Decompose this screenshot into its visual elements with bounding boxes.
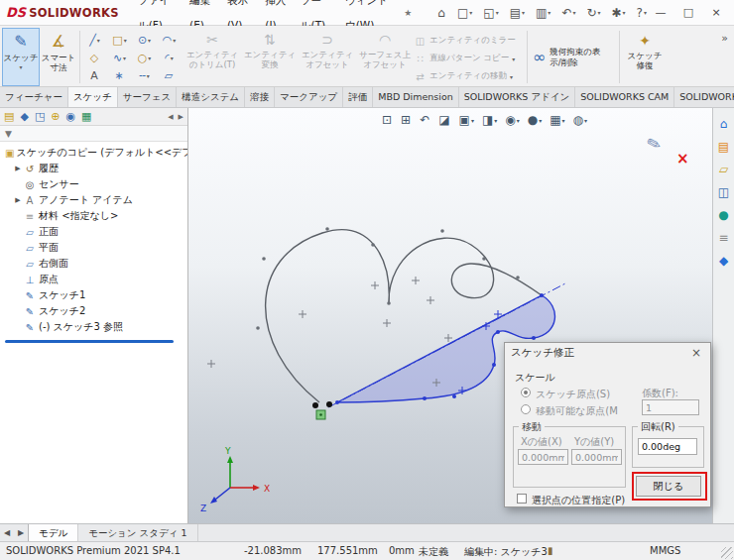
home-icon[interactable]: ⌂: [437, 6, 446, 20]
dimxpertmanager-tab-icon[interactable]: ⊕: [51, 110, 60, 123]
forum-icon[interactable]: ◆: [719, 254, 728, 268]
ellipse-tool-icon[interactable]: ○▾: [138, 52, 152, 64]
help-icon[interactable]: ?▾: [637, 6, 647, 20]
plane-tool-icon[interactable]: ▱: [165, 69, 174, 82]
tree-item-history[interactable]: ▶ ↺ 履歴: [0, 161, 187, 176]
propertymanager-tab-icon[interactable]: ◆: [20, 110, 28, 123]
print-icon[interactable]: ▥▾: [536, 6, 550, 20]
sketch-modify-dialog[interactable]: スケッチ修正 × スケール スケッチ原点(S) 移動可能な原点(M 係数(F):…: [504, 342, 711, 507]
close-dialog-button[interactable]: 閉じる: [636, 476, 701, 497]
dialog-titlebar[interactable]: スケッチ修正 ×: [505, 343, 710, 363]
tree-item-root[interactable]: ▣ スケッチのコピー (デフォルト<<デフォルト>_表: [0, 145, 187, 161]
line-tool-icon[interactable]: ╱▾: [89, 34, 100, 47]
ribbon-overflow-button[interactable]: »: [721, 28, 732, 86]
tab-solidworks-cam[interactable]: SOLIDWORKS CAM: [575, 87, 674, 107]
display-delete-relations-button[interactable]: ∞ 幾何拘束の表示/削除: [530, 28, 617, 86]
edit-appearance-icon[interactable]: ●▾: [528, 113, 543, 127]
tab-surfaces[interactable]: サーフェス: [118, 87, 177, 107]
dialog-close-icon[interactable]: ×: [688, 346, 704, 360]
tab-sketch[interactable]: スケッチ: [68, 87, 118, 107]
zoom-to-area-icon[interactable]: ⊞: [401, 113, 412, 127]
polygon-tool-icon[interactable]: ◇: [90, 52, 99, 64]
options-icon[interactable]: ✱▾: [612, 6, 626, 20]
text-tool-icon[interactable]: A: [90, 69, 99, 82]
rectangle-tool-icon[interactable]: □▾: [112, 34, 126, 47]
expander-icon[interactable]: ▶: [13, 165, 23, 172]
repair-sketch-button[interactable]: ✦ スケッチ 修復: [622, 28, 668, 86]
sketch-endpoint[interactable]: [326, 401, 332, 407]
tree-item-sketch3[interactable]: ✎ (-) スケッチ3 参照: [0, 319, 187, 335]
endpoint-markers[interactable]: [312, 401, 332, 419]
tree-item-sketch2[interactable]: ✎ スケッチ2: [0, 303, 187, 319]
circle-tool-icon[interactable]: ⊙▾: [138, 34, 151, 47]
cancel-sketch-icon[interactable]: ×: [676, 150, 689, 168]
rebuild-icon[interactable]: ↻▾: [586, 6, 600, 20]
undo-icon[interactable]: ↶▾: [561, 6, 575, 20]
rotate-input[interactable]: [638, 438, 697, 455]
view-settings-icon[interactable]: ◍▾: [573, 113, 588, 127]
tab-scroll-next-icon[interactable]: ▶: [14, 524, 28, 541]
fillet-tool-icon[interactable]: ◜▾: [165, 52, 173, 64]
display-style-icon[interactable]: ◨▾: [482, 113, 497, 127]
rollback-bar[interactable]: [5, 340, 174, 343]
tab-structure-system[interactable]: 構造システム: [177, 87, 245, 107]
zoom-to-fit-icon[interactable]: ⊡: [382, 113, 393, 127]
tree-item-front-plane[interactable]: ▱ 正面: [0, 224, 187, 240]
tab-solidworks-cam-tbm[interactable]: SOLIDWORKS CAM TBM: [674, 87, 734, 107]
panel-tabs-next-icon[interactable]: ▶: [179, 113, 184, 121]
tree-filter-row[interactable]: ▼: [0, 126, 187, 142]
solidworks-resources-icon[interactable]: ⌂: [720, 117, 728, 131]
featuremanager-tree-tab-icon[interactable]: ▤: [4, 110, 14, 123]
appearances-icon[interactable]: ●: [718, 208, 728, 222]
tab-features[interactable]: フィーチャー: [0, 87, 68, 107]
apply-scene-icon[interactable]: ▦▾: [550, 113, 564, 127]
tab-mbd-dimension[interactable]: MBD Dimension: [373, 87, 459, 107]
sketch-dropdown-icon[interactable]: ▾: [19, 63, 22, 70]
custom-properties-icon[interactable]: ≡: [718, 231, 728, 245]
sketch-button[interactable]: ✎ スケッチ ▾: [2, 28, 40, 86]
tree-item-sketch1[interactable]: ✎ スケッチ1: [0, 287, 187, 303]
hide-show-items-icon[interactable]: ◉▾: [505, 113, 520, 127]
point-tool-icon[interactable]: ∗: [114, 69, 124, 82]
pin-menu-icon[interactable]: ★: [404, 8, 412, 18]
open-document-icon[interactable]: ◱▾: [483, 6, 498, 20]
panel-tabs-prev-icon[interactable]: ◀: [168, 113, 173, 121]
arc-tool-icon[interactable]: ◠▾: [163, 34, 177, 47]
configurationmanager-tab-icon[interactable]: ◳: [35, 110, 45, 123]
previous-view-icon[interactable]: ↶: [420, 113, 430, 127]
tab-markup[interactable]: マークアップ: [275, 87, 343, 107]
sketch-endpoint[interactable]: [312, 402, 318, 408]
view-palette-icon[interactable]: ◫: [718, 185, 729, 199]
filter-funnel-icon[interactable]: ▼: [5, 129, 12, 139]
spline-tool-icon[interactable]: ∿▾: [113, 52, 126, 64]
tree-item-top-plane[interactable]: ▱ 平面: [0, 240, 187, 256]
new-document-icon[interactable]: □▾: [457, 6, 472, 20]
minimize-button[interactable]: —: [647, 0, 674, 25]
file-explorer-icon[interactable]: ▱: [719, 163, 728, 176]
maximize-button[interactable]: □: [674, 0, 702, 25]
design-library-icon[interactable]: ▤: [718, 140, 729, 154]
tab-weldments[interactable]: 溶接: [245, 87, 275, 107]
section-view-icon[interactable]: ◪: [438, 113, 450, 127]
cam-tree-tab-icon[interactable]: ▦: [81, 110, 91, 123]
smart-dimension-button[interactable]: ∡ スマート寸法: [40, 28, 77, 86]
tree-item-right-plane[interactable]: ▱ 右側面: [0, 256, 187, 272]
close-button[interactable]: ×: [702, 0, 730, 25]
motion-study-tab[interactable]: モーション スタディ 1: [78, 524, 197, 541]
tab-solidworks-addins[interactable]: SOLIDWORKS アドイン: [459, 87, 576, 107]
position-checkbox[interactable]: [517, 494, 527, 504]
tree-item-annotations[interactable]: ▶ A アノテート アイテム: [0, 192, 187, 208]
save-icon[interactable]: ▤▾: [510, 6, 525, 20]
model-tab[interactable]: モデル: [28, 524, 78, 541]
units-indicator[interactable]: MMGS: [650, 545, 680, 556]
tree-item-origin[interactable]: ⊥ 原点: [0, 272, 187, 287]
tab-evaluate[interactable]: 評価: [343, 87, 373, 107]
resize-grip[interactable]: [721, 547, 733, 559]
centerline-tool-icon[interactable]: ╌▾: [139, 69, 150, 82]
tree-item-material[interactable]: ≡ 材料 <指定なし>: [0, 208, 187, 224]
displaymanager-tab-icon[interactable]: ◉: [66, 110, 76, 123]
view-orientation-icon[interactable]: ▣▾: [459, 113, 474, 127]
expander-icon[interactable]: ▶: [13, 196, 23, 204]
tab-scroll-prev-icon[interactable]: ◀: [0, 524, 14, 541]
tree-item-sensors[interactable]: ◎ センサー: [0, 176, 187, 192]
